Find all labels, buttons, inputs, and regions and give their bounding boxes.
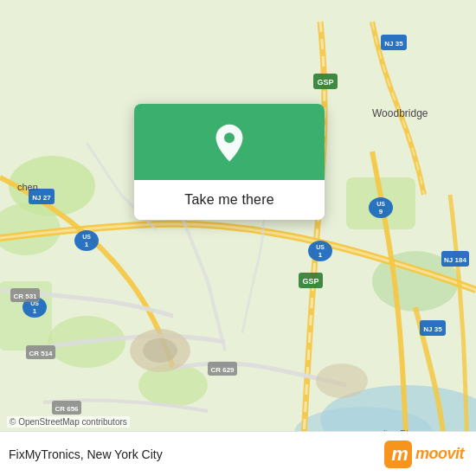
svg-text:NJ 184: NJ 184 <box>444 256 466 264</box>
svg-text:NJ 35: NJ 35 <box>384 40 403 48</box>
popup-green-area <box>134 104 325 180</box>
svg-text:9: 9 <box>379 208 383 215</box>
svg-text:CR 531: CR 531 <box>13 293 37 300</box>
svg-point-12 <box>316 363 368 398</box>
svg-text:US: US <box>82 234 91 240</box>
svg-text:GSP: GSP <box>302 277 318 286</box>
map-container: GSP GSP NJ 35 NJ 35 NJ 184 US 1 US 1 US … <box>0 0 476 476</box>
svg-text:1: 1 <box>33 307 37 315</box>
svg-text:GSP: GSP <box>317 78 333 87</box>
bottom-bar: FixMyTronics, New York City m moovit <box>0 431 476 476</box>
svg-text:NJ 35: NJ 35 <box>423 325 442 333</box>
svg-text:1: 1 <box>318 251 323 259</box>
location-label: FixMyTronics, New York City <box>9 447 163 461</box>
svg-text:CR 514: CR 514 <box>29 350 53 357</box>
svg-text:US: US <box>316 244 325 250</box>
svg-text:Woodbridge: Woodbridge <box>372 107 428 119</box>
svg-text:CR 656: CR 656 <box>55 405 79 413</box>
svg-point-11 <box>143 338 177 363</box>
svg-text:NJ 27: NJ 27 <box>32 194 51 202</box>
svg-text:chen: chen <box>17 182 38 192</box>
location-pin-icon <box>209 123 250 164</box>
svg-text:1: 1 <box>85 241 89 248</box>
moovit-text: moovit <box>415 445 464 463</box>
svg-point-48 <box>224 132 235 143</box>
svg-text:US: US <box>376 201 385 207</box>
map-attribution: © OpenStreetMap contributors <box>7 416 130 428</box>
moovit-m-icon: m <box>384 441 412 468</box>
map-background: GSP GSP NJ 35 NJ 35 NJ 184 US 1 US 1 US … <box>0 0 476 476</box>
popup-card: Take me there <box>134 104 325 220</box>
svg-text:CR 629: CR 629 <box>210 366 235 374</box>
moovit-logo: m moovit <box>384 441 464 468</box>
take-me-there-button[interactable]: Take me there <box>134 180 325 220</box>
